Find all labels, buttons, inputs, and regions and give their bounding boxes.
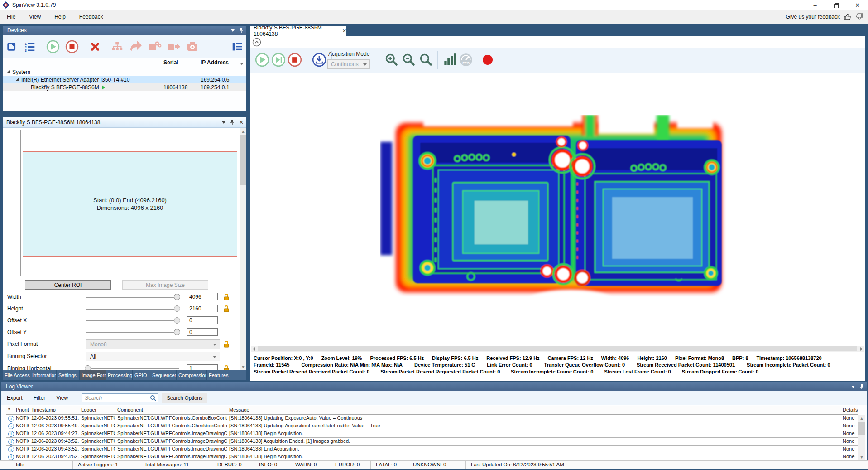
scroll-down-icon[interactable]: ▼ [858,454,865,460]
view-button[interactable]: View [51,395,73,401]
refresh-devices-icon[interactable] [6,40,19,53]
status-item: Total Messages: 11 [144,462,189,467]
toolbar-overflow-icon[interactable] [240,63,243,65]
search-icon[interactable] [150,395,156,401]
zoom-out-button[interactable] [401,52,417,68]
tree-row-system[interactable]: System [3,68,246,76]
panel-menu-icon[interactable] [222,121,225,124]
roi-region[interactable]: Start: (0,0) End:(4096.2160) Dimensions:… [23,151,237,257]
remove-device-icon[interactable] [89,40,101,53]
menu-view[interactable]: View [22,14,48,20]
search-input[interactable] [82,393,158,402]
collapse-toolbar-icon[interactable] [252,38,261,47]
param-row-pixel-format: Pixel Format Mono8 [3,339,246,349]
offset-x-value-field[interactable] [187,316,218,324]
roi-preview-canvas[interactable]: Start: (0,0) End:(4096.2160) Dimensions:… [20,130,240,276]
scroll-down-icon[interactable]: ▼ [240,363,246,370]
settings-scrollbar[interactable]: ▲ ▼ [240,128,246,370]
status-item: ERROR: 0 [335,462,360,467]
hscrollbar-thumb[interactable] [258,346,857,351]
tab-settings[interactable]: Settings [57,370,79,380]
tab-features[interactable]: Features [207,370,246,380]
filter-button[interactable]: Filter [28,395,51,401]
thumbs-up-icon[interactable] [844,13,852,21]
device-list-icon[interactable]: 1 2 3 [24,40,36,53]
menu-file[interactable]: File [0,14,22,20]
histogram-button[interactable] [442,52,457,68]
tab-gpio[interactable]: GPIO [133,370,150,380]
expand-icon[interactable] [6,70,10,73]
play-button[interactable] [254,52,270,68]
binning-horizontal-slider-track[interactable] [86,368,179,369]
log-scrollbar[interactable]: ▲ ▼ [858,415,865,460]
tab-image-format[interactable]: Image Format [80,370,106,380]
tab-close-icon[interactable]: ✕ [342,28,346,34]
viewer-hscrollbar[interactable] [251,346,864,352]
stop-button[interactable] [287,52,302,68]
col-timestamp[interactable]: Timestamp [29,406,80,415]
pin-icon[interactable] [859,384,864,389]
scroll-right-icon[interactable] [860,347,863,351]
scroll-left-icon[interactable] [253,347,255,351]
offset-y-value-field[interactable] [187,328,218,336]
offset-x-slider-track[interactable] [86,320,179,321]
col-message[interactable]: Message [227,406,841,415]
thermal-image[interactable] [380,115,729,300]
height-slider-track[interactable] [86,309,179,310]
col-logger[interactable]: Logger [79,406,116,415]
maximize-button[interactable] [826,0,847,10]
scrollbar-thumb[interactable] [240,135,246,185]
close-button[interactable]: ✕ [847,0,868,10]
height-slider-handle[interactable] [174,305,180,312]
scroll-up-icon[interactable]: ▲ [858,415,865,422]
col-details[interactable]: Details [841,406,858,415]
record-button[interactable] [482,54,494,66]
pixel-format-select[interactable]: Mono8 [86,339,220,349]
tree-row-camera[interactable]: Blackfly S BFS-PGE-88S6M 18064138 169.25… [3,83,246,91]
search-options-button[interactable]: Search Options [162,393,207,403]
width-slider-handle[interactable] [174,294,180,300]
tab-sequencer[interactable]: Sequencer [150,370,176,380]
thumbs-down-icon[interactable] [855,13,863,21]
expand-icon[interactable] [15,78,19,81]
tab-information[interactable]: Information [30,370,56,380]
tab-compression[interactable]: Compression [177,370,206,380]
tree-row-adapter[interactable]: Intel(R) Ethernet Server Adapter I350-T4… [3,76,246,83]
zoom-fit-button[interactable] [418,52,434,68]
scroll-up-icon[interactable]: ▲ [240,128,246,135]
pin-icon[interactable] [239,28,244,33]
binning-selector-select[interactable]: All [86,352,220,361]
col-component[interactable]: Component [115,406,228,415]
panel-close-icon[interactable]: ✕ [239,119,244,126]
export-button[interactable]: Export [1,395,28,401]
offset-x-slider-handle[interactable] [174,317,180,324]
col-indicator[interactable]: * [6,406,14,415]
pin-icon[interactable] [230,120,235,125]
play-single-button[interactable] [271,52,286,68]
menu-feedback[interactable]: Feedback [72,14,110,20]
max-image-size-button[interactable]: Max Image Size [122,280,208,290]
minimize-button[interactable]: – [805,0,825,10]
width-value-field[interactable] [187,293,218,300]
panel-menu-icon[interactable] [851,386,855,388]
width-slider-track[interactable] [86,297,179,298]
status-item: Device Temperature: 51 C [414,362,475,368]
device-queue-icon[interactable] [231,40,244,53]
zoom-in-button[interactable] [384,52,399,68]
center-roi-button[interactable]: Center ROI [25,280,111,290]
scrollbar-thumb[interactable] [858,422,865,435]
col-priority[interactable]: Priority [14,406,30,415]
height-value-field[interactable] [187,305,218,312]
tab-file-access[interactable]: File Access [3,370,30,380]
status-item: Height: 2160 [637,355,667,361]
stop-acquisition-icon[interactable] [65,39,79,54]
stream-tab[interactable]: Blackfly S BFS-PGE-88S6M 18064138 ✕ [250,26,346,36]
tab-processing[interactable]: Processing [106,370,132,380]
offset-y-slider-track[interactable] [86,332,179,333]
menu-help[interactable]: Help [48,14,72,20]
acquisition-mode-select[interactable]: Continuous [327,59,370,69]
panel-menu-icon[interactable] [231,29,235,32]
offset-y-slider-handle[interactable] [174,329,180,335]
start-acquisition-icon[interactable] [46,39,60,54]
save-image-button[interactable] [312,52,327,68]
